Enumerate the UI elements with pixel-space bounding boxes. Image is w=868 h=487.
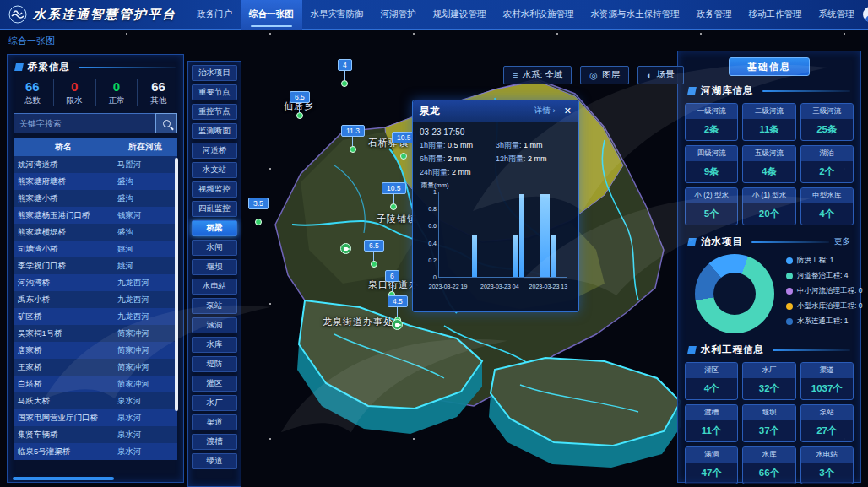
table-row[interactable]: 河沟湾桥九龙西河 xyxy=(14,274,177,291)
nav-item-8[interactable]: 移动工作管理 xyxy=(741,0,811,30)
river-card-8[interactable]: 中型水库4个 xyxy=(800,187,854,225)
nav-item-9[interactable]: 系统管理 xyxy=(811,0,863,30)
table-row[interactable]: 姚河湾道桥马蹬河 xyxy=(14,156,177,173)
user-menu[interactable]: hhzb42080201 ∨ xyxy=(863,7,868,22)
layer-item-11[interactable]: 水电站 xyxy=(192,279,237,295)
nav-item-4[interactable]: 规划建设管理 xyxy=(425,0,495,30)
layer-item-14[interactable]: 水库 xyxy=(192,337,237,353)
facility-card-3[interactable]: 渡槽11个 xyxy=(685,404,738,442)
table-row[interactable]: 司塘湾小桥姚河 xyxy=(14,241,177,257)
river-name-cell: 九龙西河 xyxy=(113,278,177,289)
table-row[interactable]: 吴家祠1号桥简家冲河 xyxy=(14,325,177,342)
search-input[interactable] xyxy=(14,113,155,133)
layer-item-4[interactable]: 河道桥 xyxy=(192,143,237,159)
layer-item-16[interactable]: 灌区 xyxy=(192,376,237,392)
layer-item-20[interactable]: 绿道 xyxy=(192,453,237,469)
table-row[interactable]: 马跃大桥泉水河 xyxy=(14,392,177,409)
camera-icon[interactable] xyxy=(392,319,403,330)
river-card-6[interactable]: 小 (2) 型水5个 xyxy=(685,187,738,225)
nav-item-6[interactable]: 水资源与水土保持管理 xyxy=(583,0,688,30)
facility-card-2[interactable]: 渠道1037个 xyxy=(800,362,854,400)
map-marker-5[interactable]: 3.5 xyxy=(248,198,269,225)
card-label: 湖泊 xyxy=(801,146,853,161)
facility-card-6[interactable]: 涵洞47个 xyxy=(685,446,738,484)
river-card-3[interactable]: 四级河流9条 xyxy=(685,145,738,183)
layer-item-19[interactable]: 渡槽 xyxy=(192,434,237,450)
rain-bar xyxy=(472,235,477,277)
layer-item-17[interactable]: 水厂 xyxy=(192,395,237,411)
table-row[interactable]: 禹东小桥九龙西河 xyxy=(14,291,177,308)
table-row[interactable]: 唐家桥简家冲河 xyxy=(14,342,177,359)
river-card-0[interactable]: 一级河流2条 xyxy=(685,103,738,141)
basic-info-tab[interactable]: 基础信息 xyxy=(729,57,810,76)
river-card-5[interactable]: 湖泊2个 xyxy=(800,145,854,183)
facility-card-4[interactable]: 堰坝37个 xyxy=(742,404,795,442)
layer-item-18[interactable]: 渠道 xyxy=(192,414,237,430)
layer-button[interactable]: ◎ 图层 xyxy=(580,66,629,84)
rain-metric-0: 1h雨量: 0.5 mm xyxy=(420,140,496,151)
layer-item-8[interactable]: 桥梁 xyxy=(192,220,237,236)
layer-item-3[interactable]: 监测断面 xyxy=(192,123,237,139)
bridge-name-cell: 临泉5号灌渠桥 xyxy=(14,446,113,457)
station-popup: 泉龙 详情 › ✕ 03-23 17:50 1h雨量: 0.5 mm3h雨量: … xyxy=(412,100,579,312)
nav-item-3[interactable]: 河湖管护 xyxy=(372,0,425,30)
facility-card-7[interactable]: 水库66个 xyxy=(742,446,795,484)
layer-item-10[interactable]: 堰坝 xyxy=(192,259,237,275)
river-card-7[interactable]: 小 (1) 型水20个 xyxy=(742,187,795,225)
layer-item-5[interactable]: 水文站 xyxy=(192,162,237,178)
nav-item-1[interactable]: 综合一张图 xyxy=(241,0,302,30)
map-marker-2[interactable]: 11.3 xyxy=(341,125,365,153)
table-row[interactable]: 熊家塘横堤桥盛沟 xyxy=(14,224,177,241)
facility-card-5[interactable]: 泵站27个 xyxy=(800,404,854,442)
map-marker-4[interactable]: 10.5 xyxy=(382,182,406,210)
table-row[interactable]: 临泉5号灌渠桥泉水河 xyxy=(14,443,177,460)
map-marker-1[interactable]: 6.5 xyxy=(290,91,310,119)
facility-card-1[interactable]: 水厂32个 xyxy=(742,362,795,400)
layer-item-12[interactable]: 泵站 xyxy=(192,298,237,314)
projects-more-link[interactable]: 更多 xyxy=(834,236,850,247)
table-row[interactable]: 熊家塘府塘桥盛沟 xyxy=(14,173,177,190)
layer-item-2[interactable]: 重控节点 xyxy=(192,104,237,120)
nav-item-2[interactable]: 水旱灾害防御 xyxy=(302,0,372,30)
layer-item-6[interactable]: 视频监控 xyxy=(192,181,237,198)
map-marker-7[interactable]: 6 xyxy=(385,270,399,298)
table-row[interactable]: 国家电网营业厅门口桥泉水河 xyxy=(14,409,177,426)
scene-button[interactable]: ◐ 场景 xyxy=(637,66,684,84)
layer-item-9[interactable]: 水闸 xyxy=(192,240,237,256)
search-button[interactable] xyxy=(155,113,177,133)
popup-detail-link[interactable]: 详情 › xyxy=(534,106,556,116)
map-marker-6[interactable]: 6.5 xyxy=(364,240,384,268)
facility-card-0[interactable]: 灌区4个 xyxy=(685,362,738,400)
table-row[interactable]: 王家桥简家冲河 xyxy=(14,359,177,376)
layer-item-7[interactable]: 四乱监控 xyxy=(192,201,237,217)
river-card-4[interactable]: 五级河流4条 xyxy=(742,145,795,183)
y-tick: 1 xyxy=(433,189,439,195)
nav-item-5[interactable]: 农村水利设施管理 xyxy=(495,0,583,30)
map-marker-0[interactable]: 4 xyxy=(338,59,352,87)
layer-item-0[interactable]: 治水项目 xyxy=(192,65,237,81)
legend-item-1: 河道整治工程: 4 xyxy=(786,271,862,281)
nav-item-7[interactable]: 政务管理 xyxy=(688,0,741,30)
camera-icon[interactable] xyxy=(340,243,351,254)
facility-card-8[interactable]: 水电站3个 xyxy=(800,446,854,484)
table-row[interactable]: 矿区桥九龙西河 xyxy=(14,308,177,325)
watersystem-filter-button[interactable]: ≡ 水系: 全域 xyxy=(503,66,572,84)
close-icon[interactable]: ✕ xyxy=(564,106,572,116)
nav-item-0[interactable]: 政务门户 xyxy=(188,0,241,30)
table-horizontal-scrollbar[interactable] xyxy=(13,477,114,480)
table-row[interactable]: 李学祝门口桥姚河 xyxy=(14,257,177,274)
marker-stem xyxy=(299,103,300,112)
layer-item-13[interactable]: 涵洞 xyxy=(192,317,237,333)
table-row[interactable]: 熊家塘小桥盛沟 xyxy=(14,190,177,207)
breadcrumb[interactable]: 综合一张图 xyxy=(8,35,55,47)
table-row[interactable]: 集贤车辆桥泉水河 xyxy=(14,426,177,443)
table-row[interactable]: 白塔桥简家冲河 xyxy=(14,376,177,392)
table-vertical-scrollbar[interactable] xyxy=(175,158,178,411)
layer-item-15[interactable]: 堤防 xyxy=(192,356,237,372)
table-row[interactable]: 熊家塘杨玉港门口桥钱家河 xyxy=(14,207,177,224)
scene-button-label: 场景 xyxy=(657,69,675,81)
river-card-2[interactable]: 三级河流25条 xyxy=(800,103,854,141)
river-card-1[interactable]: 二级河流11条 xyxy=(742,103,795,141)
river-cards-grid: 一级河流2条二级河流11条三级河流25条四级河流9条五级河流4条湖泊2个小 (2… xyxy=(685,103,854,225)
layer-item-1[interactable]: 重要节点 xyxy=(192,84,237,100)
